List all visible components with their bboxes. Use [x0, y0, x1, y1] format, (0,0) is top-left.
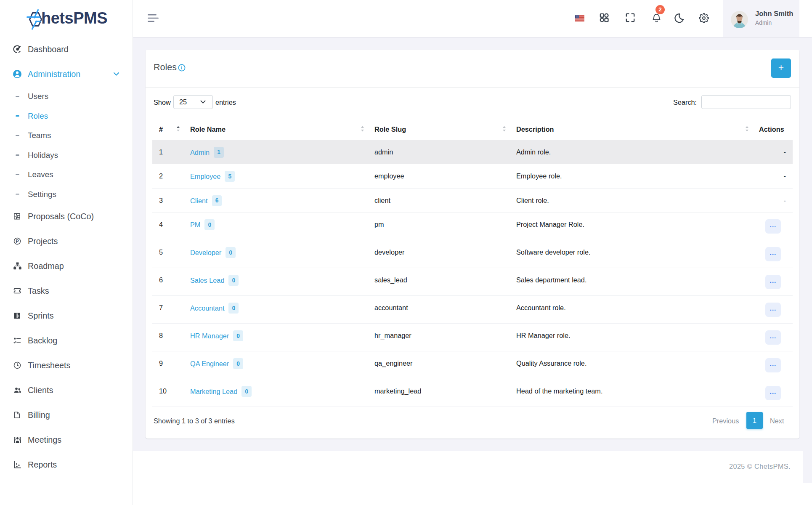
svg-text:P: P: [16, 239, 19, 244]
